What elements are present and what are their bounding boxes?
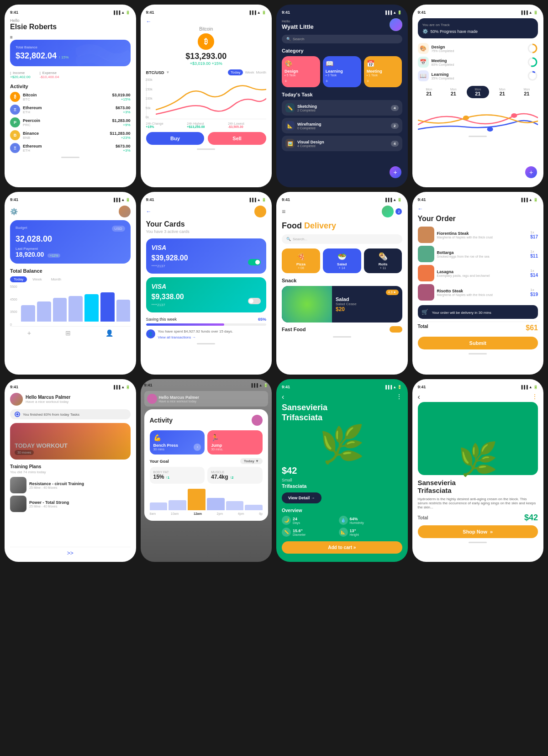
back-button[interactable]: ←: [146, 18, 267, 25]
card-visa-1: VISA $39,928.00 ****2137: [146, 238, 267, 274]
order-title: Your Order: [418, 215, 538, 223]
goal-metrics: BODY FAT 15% ↑1 MUSCLE 47.4kg ↑2: [150, 467, 263, 484]
crypto-list: ₿ BitcoinBTC $3,019.00+15% Ξ EthereumETH…: [10, 92, 131, 153]
phone-cards: 9:41 ▐▐▐ ▲ 🔋 ← Your Cards You have 3 act…: [141, 192, 272, 375]
svg-point-4: [528, 72, 537, 80]
home-indicator: [197, 343, 215, 344]
task-visual-design: 🖼️ Visual Design 4 Completed 4: [282, 136, 402, 151]
budget-card: Budget USD 32,028.00 Last Payment 18,920…: [10, 220, 131, 264]
snack-card: Salad Salad Cease $20 4.3 ★: [282, 286, 402, 322]
phone-task: 9:41 ▐▐▐ ▲ 🔋 Hello Wyatt Little 🔍 Search…: [276, 5, 408, 187]
plant-stats: 🌙 24Days 💧 64%Humidnity 📏 15.6"Diameter …: [282, 516, 402, 537]
svg-point-8: [463, 116, 469, 120]
toggle-switch[interactable]: [390, 326, 402, 333]
add-to-cart-button[interactable]: Add to cart »: [282, 541, 402, 554]
card-visa-2: VISA $9,338.00 ****2137: [146, 277, 267, 312]
food-header: ≡ 2: [282, 206, 402, 217]
user-avatar: [119, 206, 131, 217]
user-avatar: [252, 415, 263, 426]
bitcoin-amount: $13,293.00: [146, 52, 267, 61]
task-list: ✏️ Sketching 2 Completed 4 📐 Wireframing…: [282, 100, 402, 151]
balance-card: Total Balance $32,802.04 ↑ 15%: [10, 40, 131, 66]
submit-button[interactable]: Submit: [418, 337, 538, 349]
trade-buttons: Buy Sell: [146, 132, 267, 145]
snack-image: [282, 286, 332, 322]
fab-button[interactable]: +: [525, 166, 537, 178]
bitcoin-title: Bitcoin: [146, 26, 267, 32]
phone-order: 9:41 ▐▐▐ ▲ 🔋 ← Your Order Fiorentina Ste…: [412, 192, 544, 375]
activity-bench-press: 💪 Bench Press 30 mins ›: [150, 430, 205, 455]
card-toggle-2[interactable]: [248, 298, 261, 304]
activity-jump: 🏃 Jump 30 mins.: [207, 430, 263, 455]
phone-finance: 9:41 ▐▐▐ ▲ 🔋 Hello Elsie Roberts ≡ Total…: [5, 5, 136, 187]
arrow-icon[interactable]: ›: [194, 444, 201, 451]
progress-design: 🎨 Design 75% Completed: [418, 43, 538, 54]
sell-button[interactable]: Sell: [208, 132, 266, 145]
back-button[interactable]: ←: [418, 206, 538, 212]
training-plans: Resistance - circuit Training 25 Mine - …: [10, 477, 131, 512]
blurred-header: Hello Marcus Palmer Have a nice workout …: [144, 391, 269, 407]
food-search[interactable]: 🔍 Search...: [282, 234, 402, 244]
progress-msg: You finished 83% from today Tasks: [10, 409, 131, 419]
bitcoin-change: +$3,019.00 +15%: [146, 61, 267, 66]
buy-button[interactable]: Buy: [146, 132, 205, 145]
food-cat-rolls[interactable]: 🌯 Rolls + 11: [364, 248, 402, 273]
category-design[interactable]: 🎨 Design • 5 Task +: [282, 56, 320, 87]
bitcoin-icon: ₿: [198, 33, 214, 50]
food-categories: 🍕 Pizza + 08 🥗 Salad + 14 🌯 Rolls + 11: [282, 248, 402, 273]
workout-header: Hello Marcus Palmer Have a nice workout …: [10, 393, 131, 406]
finance-header: Hello Elsie Roberts: [10, 18, 131, 31]
phone-workout: 9:41 ▐▐▐ ▲ 🔋 Hello Marcus Palmer Have a …: [5, 379, 136, 562]
total-row: Total $42: [418, 513, 538, 523]
goal-row: Your Goal Today ▼: [150, 458, 263, 464]
back-button[interactable]: ←: [146, 208, 152, 215]
phone-bitcoin: 9:41 ▐▐▐ ▲ 🔋 ← Bitcoin ₿ $13,293.00 +$3,…: [141, 5, 272, 187]
menu-icon[interactable]: ≡: [282, 208, 285, 215]
metric-bodyfat: BODY FAT 15% ↑1: [150, 467, 205, 484]
food-cat-salad[interactable]: 🥗 Salad + 14: [323, 248, 361, 273]
fab-button[interactable]: +: [390, 166, 401, 178]
time-tabs: Today Week Month: [10, 276, 131, 282]
shop-now-button[interactable]: Shop Now »: [418, 525, 538, 538]
activity-bar-chart: [150, 487, 263, 510]
profile-icon[interactable]: 👤: [105, 329, 113, 337]
bottom-nav: >>: [10, 547, 131, 556]
task-header: Hello Wyatt Little: [282, 18, 402, 31]
category-meeting[interactable]: 📅 Meeting • 1 Task +: [364, 56, 402, 87]
back-button[interactable]: ‹: [418, 393, 420, 401]
more-icon[interactable]: ⋮: [396, 393, 402, 401]
svg-point-7: [487, 127, 493, 132]
budget-chart: 5500 4500 3500 0: [10, 285, 131, 326]
crypto-ethereum: Ξ EthereumETH $673.00+3%: [10, 105, 131, 115]
phone-activity: 9:41 ▐▐▐ ▲ 🔋 Hello Marcus Palmer Have a …: [141, 379, 272, 562]
card-toggle-1[interactable]: [248, 259, 261, 265]
forward-nav[interactable]: >>: [67, 550, 74, 556]
progress-meeting: 📅 Meeting 80% Completed: [418, 57, 538, 68]
phone-plant-white: 9:41 ▐▐▐ ▲ 🔋 ‹ ⋮ 🌿 SansevieriaTrifasciat…: [412, 379, 544, 562]
order-item-lasagna: Lasagna Exemplary pasta, ragu and becham…: [418, 265, 538, 281]
cards-title: Your Cards: [146, 220, 267, 228]
view-detail-button[interactable]: View Detail →: [282, 492, 321, 503]
home-indicator: [61, 157, 79, 158]
crypto-binance: B BinanceBNB $11,283.00+23%: [10, 130, 131, 140]
order-item-steak: Fiorentina Steak Margheria of Naples wit…: [418, 227, 538, 243]
user-name: Elsie Roberts: [10, 23, 131, 31]
plant-image-card: 🌿: [418, 402, 538, 475]
user-avatar: [390, 18, 402, 31]
price-chart: 200k 150k 100k 50k 0k: [146, 78, 267, 119]
svg-point-6: [511, 113, 517, 118]
bitcoin-stats: 24h Change +15% 24h Highest +$13,293.00 …: [146, 122, 267, 128]
more-icon[interactable]: ⋮: [532, 393, 538, 401]
arc-learning: [527, 70, 538, 81]
progress-items: 🎨 Design 75% Completed 📅 Meeting 80% Com…: [418, 43, 538, 81]
category-learning[interactable]: 📖 Learning • 3 Task +: [323, 56, 361, 87]
home-indicator: [469, 136, 487, 137]
home-icon[interactable]: ⊞: [65, 329, 71, 337]
food-cat-pizza[interactable]: 🍕 Pizza + 08: [282, 248, 320, 273]
view-all-link[interactable]: View all transactions →: [158, 335, 233, 339]
search-bar[interactable]: 🔍 Search: [282, 35, 402, 43]
plant-price: $42: [282, 465, 402, 476]
back-button[interactable]: ‹: [282, 393, 284, 401]
add-icon[interactable]: +: [27, 329, 31, 337]
arc-design: [527, 43, 538, 54]
